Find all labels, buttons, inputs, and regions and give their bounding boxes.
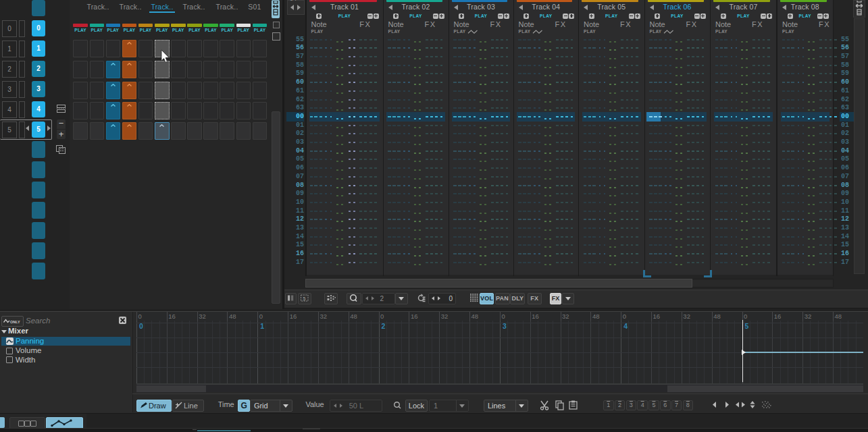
svg-text:5: 5 — [303, 296, 305, 300]
svg-text:Line: Line — [184, 402, 198, 410]
svg-text:ONLY: ONLY — [10, 320, 20, 324]
svg-text:Draw: Draw — [149, 402, 166, 410]
